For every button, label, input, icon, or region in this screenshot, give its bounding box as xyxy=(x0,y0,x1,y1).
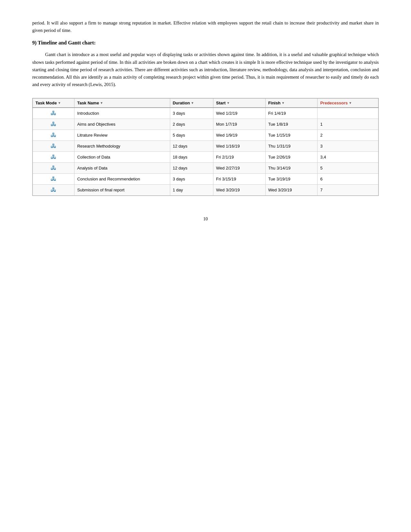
table-row: 🖧Submission of final report1 dayWed 3/20… xyxy=(33,185,378,196)
start-cell: Mon 1/7/19 xyxy=(213,119,266,130)
finish-cell: Tue 3/19/19 xyxy=(265,174,318,185)
task-mode-cell: 🖧 xyxy=(33,174,74,185)
table-row: 🖧Conclusion and Recommendetion3 daysFri … xyxy=(33,174,378,185)
gantt-table: Task Mode ▼ Task Name ▼ Duration ▼ xyxy=(33,98,378,196)
task-mode-cell: 🖧 xyxy=(33,130,74,141)
task-mode-cell: 🖧 xyxy=(33,141,74,152)
gantt-table-wrapper: Task Mode ▼ Task Name ▼ Duration ▼ xyxy=(32,98,379,196)
col-predecessors-label: Predecessors xyxy=(320,101,347,105)
task-mode-icon: 🖧 xyxy=(51,165,56,171)
page-number: 10 xyxy=(32,217,379,222)
task-name-cell: Introduction xyxy=(74,108,170,119)
col-duration-sort-icon[interactable]: ▼ xyxy=(191,101,194,105)
col-task-mode-sort-icon[interactable]: ▼ xyxy=(58,101,61,105)
paragraph-1: period. It will also support a firm to m… xyxy=(32,19,379,34)
start-cell: Fri 3/15/19 xyxy=(213,174,266,185)
task-name-cell: Submission of final report xyxy=(74,185,170,196)
table-row: 🖧Research Methodology12 daysWed 1/16/19T… xyxy=(33,141,378,152)
col-task-mode-label: Task Mode xyxy=(35,101,57,105)
start-cell: Wed 2/27/19 xyxy=(213,163,266,174)
col-header-task-mode[interactable]: Task Mode ▼ xyxy=(33,99,74,108)
start-cell: Wed 1/9/19 xyxy=(213,130,266,141)
finish-cell: Tue 2/26/19 xyxy=(265,152,318,163)
task-mode-cell: 🖧 xyxy=(33,108,74,119)
duration-cell: 12 days xyxy=(170,141,213,152)
task-mode-icon: 🖧 xyxy=(51,143,56,150)
predecessors-cell: 5 xyxy=(318,163,378,174)
predecessors-cell xyxy=(318,108,378,119)
table-row: 🖧Introduction3 daysWed 1/2/19Fri 1/4/19 xyxy=(33,108,378,119)
col-start-label: Start xyxy=(216,101,226,105)
predecessors-cell: 1 xyxy=(318,119,378,130)
finish-cell: Tue 1/8/19 xyxy=(265,119,318,130)
predecessors-cell: 3,4 xyxy=(318,152,378,163)
start-cell: Wed 3/20/19 xyxy=(213,185,266,196)
predecessors-cell: 2 xyxy=(318,130,378,141)
duration-cell: 1 day xyxy=(170,185,213,196)
start-cell: Wed 1/2/19 xyxy=(213,108,266,119)
col-task-name-label: Task Name xyxy=(77,101,99,105)
task-name-cell: Research Methodology xyxy=(74,141,170,152)
col-header-finish[interactable]: Finish ▼ xyxy=(265,99,318,108)
task-name-cell: Aims and Objectives xyxy=(74,119,170,130)
task-mode-icon: 🖧 xyxy=(51,121,56,128)
col-header-duration[interactable]: Duration ▼ xyxy=(170,99,213,108)
task-mode-icon: 🖧 xyxy=(51,154,56,160)
duration-cell: 3 days xyxy=(170,108,213,119)
table-header-row: Task Mode ▼ Task Name ▼ Duration ▼ xyxy=(33,99,378,108)
duration-cell: 18 days xyxy=(170,152,213,163)
col-duration-label: Duration xyxy=(173,101,190,105)
predecessors-cell: 7 xyxy=(318,185,378,196)
table-row: 🖧Aims and Objectives2 daysMon 1/7/19Tue … xyxy=(33,119,378,130)
finish-cell: Thu 1/31/19 xyxy=(265,141,318,152)
table-row: 🖧Litrature Review5 daysWed 1/9/19Tue 1/1… xyxy=(33,130,378,141)
task-mode-cell: 🖧 xyxy=(33,185,74,196)
paragraph-2: Gantt chart is introduce as a most usefu… xyxy=(32,51,379,88)
task-name-cell: Litrature Review xyxy=(74,130,170,141)
gantt-table-body: 🖧Introduction3 daysWed 1/2/19Fri 1/4/19🖧… xyxy=(33,108,378,196)
start-cell: Fri 2/1/19 xyxy=(213,152,266,163)
col-task-name-sort-icon[interactable]: ▼ xyxy=(100,101,103,105)
duration-cell: 12 days xyxy=(170,163,213,174)
finish-cell: Wed 3/20/19 xyxy=(265,185,318,196)
table-row: 🖧Analysis of Data12 daysWed 2/27/19Thu 3… xyxy=(33,163,378,174)
col-finish-label: Finish xyxy=(268,101,280,105)
col-predecessors-sort-icon[interactable]: ▼ xyxy=(349,101,352,105)
predecessors-cell: 3 xyxy=(318,141,378,152)
col-finish-sort-icon[interactable]: ▼ xyxy=(281,101,285,105)
finish-cell: Fri 1/4/19 xyxy=(265,108,318,119)
col-start-sort-icon[interactable]: ▼ xyxy=(227,101,230,105)
col-header-start[interactable]: Start ▼ xyxy=(213,99,266,108)
task-mode-cell: 🖧 xyxy=(33,163,74,174)
task-mode-icon: 🖧 xyxy=(51,132,56,139)
start-cell: Wed 1/16/19 xyxy=(213,141,266,152)
table-row: 🖧Collection of Data18 daysFri 2/1/19Tue … xyxy=(33,152,378,163)
task-name-cell: Analysis of Data xyxy=(74,163,170,174)
section-title: 9) Timeline and Gantt chart: xyxy=(32,40,379,46)
task-mode-icon: 🖧 xyxy=(51,187,56,193)
task-name-cell: Collection of Data xyxy=(74,152,170,163)
predecessors-cell: 6 xyxy=(318,174,378,185)
task-mode-icon: 🖧 xyxy=(51,176,56,182)
col-header-predecessors[interactable]: Predecessors ▼ xyxy=(318,99,378,108)
duration-cell: 3 days xyxy=(170,174,213,185)
duration-cell: 2 days xyxy=(170,119,213,130)
task-mode-icon: 🖧 xyxy=(51,110,56,117)
finish-cell: Tue 1/15/19 xyxy=(265,130,318,141)
duration-cell: 5 days xyxy=(170,130,213,141)
col-header-task-name[interactable]: Task Name ▼ xyxy=(74,99,170,108)
task-mode-cell: 🖧 xyxy=(33,119,74,130)
task-mode-cell: 🖧 xyxy=(33,152,74,163)
task-name-cell: Conclusion and Recommendetion xyxy=(74,174,170,185)
finish-cell: Thu 3/14/19 xyxy=(265,163,318,174)
